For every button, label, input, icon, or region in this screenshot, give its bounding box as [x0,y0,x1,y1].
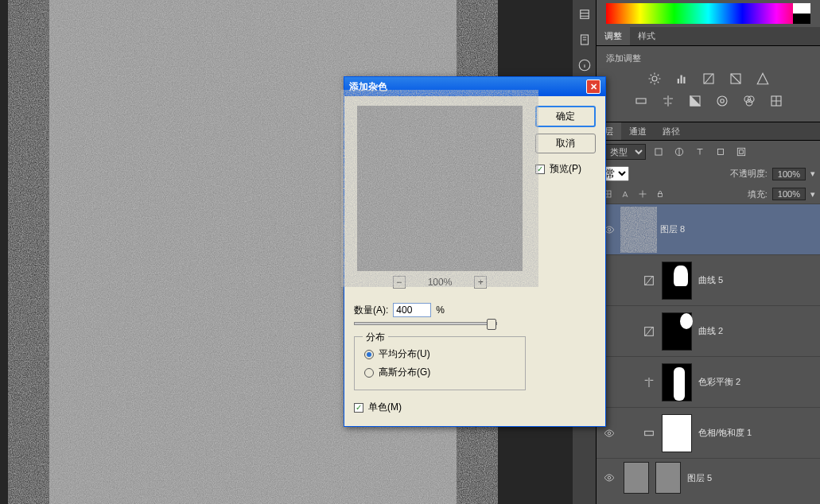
amount-input[interactable] [393,303,431,317]
link-icon[interactable] [624,325,636,338]
svg-rect-6 [683,77,685,83]
uniform-radio[interactable]: 平均分布(U) [364,345,515,363]
layer-name[interactable]: 曲线 2 [698,325,723,337]
layers-panel: 类型 常 不透明度: 100% ▾ 填充: 100% ▾ 图 [597,141,820,497]
layer-mask-thumbnail [662,262,692,300]
tab-channels[interactable]: 通道 [621,122,655,140]
bw-icon[interactable] [687,93,703,109]
filter-adjustment-icon[interactable] [671,144,687,160]
history-icon[interactable] [573,3,596,25]
zoom-out-button[interactable]: − [393,276,406,289]
fill-label: 填充: [748,188,768,200]
svg-point-12 [720,99,724,103]
amount-suffix: % [436,304,445,316]
lock-pixels-icon[interactable] [619,188,632,200]
brightness-icon[interactable] [647,71,663,87]
info-icon[interactable] [573,54,596,76]
opacity-dropdown-icon[interactable]: ▾ [810,169,815,179]
filter-smart-icon[interactable] [733,144,749,160]
layer-mask-thumbnail [662,363,692,401]
svg-point-29 [608,476,611,479]
link-icon[interactable] [624,274,636,287]
ok-button[interactable]: 确定 [535,106,596,127]
uniform-label: 平均分布(U) [379,347,430,361]
svg-rect-23 [659,194,663,197]
radio-icon [364,350,374,359]
fill-value[interactable]: 100% [772,188,806,200]
svg-rect-9 [636,99,646,103]
curves-adj-icon [643,274,655,287]
svg-point-14 [748,96,754,103]
color-balance-adj-icon [643,376,655,389]
svg-point-24 [608,228,611,231]
distribution-group: 分布 平均分布(U) 高斯分布(G) [354,336,526,390]
lookup-icon[interactable] [768,93,784,109]
svg-point-3 [652,76,657,81]
layer-name[interactable]: 曲线 5 [698,274,723,286]
add-adjustment-label: 添加调整 [606,52,810,64]
filter-pixel-icon[interactable] [651,144,666,160]
fill-dropdown-icon[interactable]: ▾ [810,189,815,200]
layer-thumbnail [624,211,654,249]
layer-name[interactable]: 图层 5 [687,472,712,484]
gaussian-radio[interactable]: 高斯分布(G) [364,363,515,382]
link-icon[interactable] [624,427,636,440]
filter-text-icon[interactable] [692,144,708,160]
visibility-icon[interactable] [601,425,617,441]
monochrome-checkbox[interactable]: 单色(M) [354,398,526,417]
levels-icon[interactable] [674,71,690,87]
tab-paths[interactable]: 路径 [655,122,688,140]
amount-slider-thumb[interactable] [487,319,496,330]
curves-icon[interactable] [701,71,717,87]
actions-icon[interactable] [573,29,596,51]
layer-item[interactable]: 图层 5 [597,458,820,497]
visibility-icon[interactable] [601,470,617,486]
lock-position-icon[interactable] [636,188,649,200]
dialog-titlebar[interactable]: 添加杂色 ✕ [344,77,605,96]
svg-rect-19 [718,149,724,155]
add-noise-dialog: 添加杂色 ✕ − 100% + 数量(A): % 分布 平均分布( [344,76,606,427]
layer-name[interactable]: 色相/饱和度 1 [698,427,752,439]
layer-mask-thumbnail [655,462,681,494]
color-balance-icon[interactable] [660,93,676,109]
opacity-label: 不透明度: [730,168,768,180]
amount-label: 数量(A): [354,304,388,317]
link-icon[interactable] [624,376,636,389]
cancel-button[interactable]: 取消 [535,134,596,153]
photo-filter-icon[interactable] [714,93,730,109]
close-icon[interactable]: ✕ [586,79,600,94]
filter-shape-icon[interactable] [713,144,729,160]
exposure-icon[interactable] [728,71,744,87]
zoom-in-button[interactable]: + [474,276,487,289]
channel-mixer-icon[interactable] [741,93,757,109]
layer-item[interactable]: 色彩平衡 2 [597,356,820,407]
layer-item[interactable]: 曲线 2 [597,305,820,356]
lock-all-icon[interactable] [654,188,666,200]
tab-adjustments[interactable]: 调整 [597,27,630,45]
distribution-legend: 分布 [363,331,388,344]
preview-checkbox[interactable]: 预览(P) [535,160,596,178]
layers-filter-row: 类型 [597,141,820,163]
layer-name[interactable]: 图层 8 [660,223,685,235]
opacity-value[interactable]: 100% [772,168,806,180]
layers-tabs: 层 通道 路径 [597,122,820,141]
layer-item[interactable]: 图层 8 [597,204,820,254]
noise-preview[interactable] [357,106,523,271]
preview-label: 预览(P) [550,162,581,176]
hue-sat-icon[interactable] [633,93,649,109]
layers-list: 图层 8 曲线 5 曲线 2 色彩平衡 2 [597,204,820,497]
layer-mask-thumbnail [662,312,692,351]
hue-sat-adj-icon [643,427,655,440]
zoom-value: 100% [428,277,453,288]
right-panels: 调整 样式 添加调整 层 通道 路径 类型 [597,0,820,504]
vibrance-icon[interactable] [755,71,771,87]
lock-fill-row: 填充: 100% ▾ [597,184,820,204]
amount-slider[interactable] [354,322,497,325]
layer-item[interactable]: 曲线 5 [597,254,820,305]
layer-filter-type[interactable]: 类型 [601,144,646,160]
color-spectrum[interactable] [606,3,810,24]
layer-item[interactable]: 色相/饱和度 1 [597,407,820,458]
tab-styles[interactable]: 样式 [630,27,663,45]
layer-name[interactable]: 色彩平衡 2 [698,376,740,388]
svg-rect-5 [680,76,682,84]
